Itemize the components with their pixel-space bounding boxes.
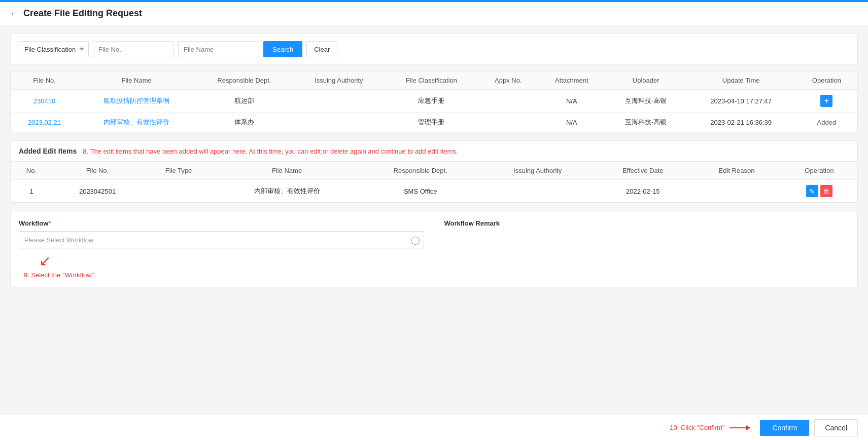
file-link[interactable]: 2023.02.21 [28, 119, 61, 126]
edit-col-file-type: File Type [143, 162, 215, 180]
table-row: 2023.02.21内部审核、有效性评价体系办管理手册N/A互海科技-高银202… [11, 113, 857, 132]
edit-col-operation: Operation [781, 162, 857, 180]
confirm-button[interactable]: Confirm [760, 420, 809, 436]
table-cell [294, 90, 384, 113]
edit-col-edit-reason: Edit Reason [692, 162, 781, 180]
annotation-8: 8. The edit items that have been added w… [83, 148, 458, 155]
col-file-no: File No. [11, 71, 78, 90]
table-row: 230410船舶疫情防控管理条例航运部应急手册N/A互海科技-高银2023-04… [11, 90, 857, 113]
main-content: File Classification Search Clear File No… [0, 25, 868, 413]
col-operation: Operation [796, 71, 857, 90]
back-button[interactable]: ← [10, 9, 18, 18]
workflow-row: Workflow* Please Select Workflow ◯ ↙ 9. … [19, 219, 849, 279]
table-cell: 应急手册 [384, 90, 479, 113]
added-edit-header: Added Edit Items 8. The edit items that … [11, 141, 857, 162]
edit-operation-cell: ✎🗑 [781, 180, 857, 203]
col-attachment: Attachment [538, 71, 606, 90]
table-cell [294, 113, 384, 132]
table-cell [479, 90, 538, 113]
table-cell: 互海科技-高银 [606, 90, 686, 113]
file-table: File No. File Name Responsible Dept. Iss… [10, 71, 858, 132]
table-cell [479, 113, 538, 132]
edit-table-cell [143, 180, 215, 203]
edit-col-issuing-authority: Issuing Authority [481, 162, 594, 180]
table-cell: 2023.02.21 [11, 113, 78, 132]
required-indicator: * [48, 219, 51, 227]
status-added: Added [817, 119, 837, 126]
workflow-col: Workflow* Please Select Workflow ◯ ↙ 9. … [19, 219, 424, 279]
table-cell: 航运部 [195, 90, 294, 113]
clear-button[interactable]: Clear [306, 41, 337, 57]
col-file-classification: File Classification [384, 71, 479, 90]
footer-arrow-icon [730, 427, 750, 428]
edit-table-cell: 1 [11, 180, 52, 203]
file-classification-select[interactable]: File Classification [19, 41, 89, 57]
workflow-select[interactable]: Please Select Workflow [19, 231, 424, 248]
edit-table-cell: 2023042501 [52, 180, 143, 203]
annotation-arrow: ↙ 9. Select the "Workflow" [24, 252, 424, 279]
edit-table-row: 12023042501内部审核、有效性评价SMS Office2022-02-1… [11, 180, 857, 203]
edit-table-cell: 内部审核、有效性评价 [215, 180, 359, 203]
workflow-remark-label: Workflow Remark [444, 219, 850, 227]
footer-annotation: 10. Click "Confirm" [670, 424, 752, 431]
workflow-select-wrapper: Please Select Workflow ◯ [19, 231, 424, 248]
header: ← Create File Editing Request [0, 2, 868, 25]
added-edit-title: Added Edit Items [19, 147, 77, 155]
table-cell: 体系办 [195, 113, 294, 132]
table-cell: 2023-04-10 17:27:47 [686, 90, 796, 113]
edit-item-button[interactable]: ✎ [806, 185, 818, 197]
cancel-button[interactable]: Cancel [814, 419, 858, 436]
col-issuing-authority: Issuing Authority [294, 71, 384, 90]
workflow-remark-col: Workflow Remark [444, 219, 850, 231]
add-button[interactable]: + [820, 95, 832, 107]
search-button[interactable]: Search [263, 41, 302, 57]
file-link[interactable]: 船舶疫情防控管理条例 [103, 97, 169, 104]
edit-col-file-no: File No. [52, 162, 143, 180]
table-cell: 管理手册 [384, 113, 479, 132]
table-cell: N/A [538, 90, 606, 113]
operation-cell: + [796, 90, 857, 113]
table-cell: 互海科技-高银 [606, 113, 686, 132]
table-cell: 230410 [11, 90, 78, 113]
delete-item-button[interactable]: 🗑 [820, 185, 832, 197]
col-file-name: File Name [78, 71, 195, 90]
edit-col-effective-date: Effective Date [594, 162, 692, 180]
edit-table-cell: 2022-02-15 [594, 180, 692, 203]
annotation-10-text: 10. Click "Confirm" [670, 424, 724, 431]
file-link[interactable]: 230410 [33, 97, 55, 105]
table-cell: 船舶疫情防控管理条例 [78, 90, 195, 113]
footer-bar: 10. Click "Confirm" Confirm Cancel [0, 415, 868, 440]
annotation-9: 9. Select the "Workflow" [24, 271, 94, 279]
edit-col-no: No. [11, 162, 52, 180]
page-title: Create File Editing Request [23, 8, 142, 19]
col-appx-no: Appx No. [479, 71, 538, 90]
edit-table-cell [481, 180, 594, 203]
file-link[interactable]: 内部审核、有效性评价 [103, 118, 169, 126]
col-responsible-dept: Responsible Dept. [195, 71, 294, 90]
edit-col-file-name: File Name [215, 162, 359, 180]
table-cell: 内部审核、有效性评价 [78, 113, 195, 132]
workflow-section: Workflow* Please Select Workflow ◯ ↙ 9. … [10, 211, 858, 287]
col-update-time: Update Time [686, 71, 796, 90]
edit-col-responsible-dept: Responsible Dept. [359, 162, 481, 180]
file-name-input[interactable] [178, 41, 259, 57]
file-no-input[interactable] [93, 41, 174, 57]
workflow-label: Workflow* [19, 219, 424, 227]
table-cell: 2023-02-21 16:36:39 [686, 113, 796, 132]
search-bar: File Classification Search Clear [10, 33, 858, 65]
operation-cell: Added [796, 113, 857, 132]
edit-table-cell [692, 180, 781, 203]
added-edit-items-section: Added Edit Items 8. The edit items that … [10, 140, 858, 203]
edit-table-cell: SMS Office [359, 180, 481, 203]
table-cell: N/A [538, 113, 606, 132]
annotation-arrow-area: ↙ 9. Select the "Workflow" [19, 252, 424, 279]
col-uploader: Uploader [606, 71, 686, 90]
